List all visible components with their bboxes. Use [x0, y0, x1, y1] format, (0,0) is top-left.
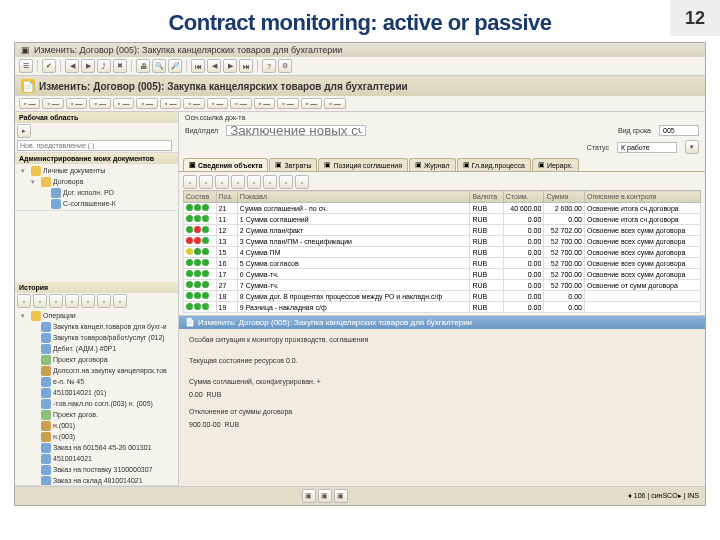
up-icon[interactable]: ⤴ [97, 59, 111, 73]
action-pill[interactable]: ▫— [19, 98, 40, 109]
stat-help-icon[interactable]: ▾ [685, 140, 699, 154]
tree-item[interactable]: Дог. исполн. РО [17, 187, 176, 198]
tree-item[interactable]: 4510014021 [17, 453, 176, 464]
grid-col[interactable]: Валюта [470, 191, 503, 203]
settings-icon[interactable]: ⚙ [278, 59, 292, 73]
action-pill[interactable]: ▫— [277, 98, 298, 109]
tree-item[interactable]: Проект договора [17, 354, 176, 365]
table-row[interactable]: 199 Разница - накладная с/фRUB0.000.00 [184, 302, 701, 313]
grid-col[interactable]: Описание в.контроля [584, 191, 700, 203]
tree-item[interactable]: Закупка канцел.товаров для бухг-и [17, 321, 176, 332]
action-pill[interactable]: ▫— [136, 98, 157, 109]
tree-item[interactable]: ▾Личные документы [17, 165, 176, 176]
sb-tool-icon[interactable]: ▫ [65, 294, 79, 308]
tab[interactable]: ▣Затраты [269, 158, 317, 171]
grid-tool-icon[interactable]: ▫ [279, 175, 293, 189]
sb-btn[interactable]: ▸ [17, 124, 31, 138]
status-icon[interactable]: ▣ [302, 489, 316, 503]
grid-col[interactable]: Показал [237, 191, 470, 203]
tree-item[interactable]: 4510014021 (01) [17, 387, 176, 398]
tree-item[interactable]: С-соглашение-К [17, 198, 176, 209]
action-pill[interactable]: ▫— [89, 98, 110, 109]
table-row[interactable]: 133 Сумма план/ПМ - спецификацииRUB0.005… [184, 236, 701, 247]
grid-tool-icon[interactable]: ▫ [199, 175, 213, 189]
tab[interactable]: ▣Гл.вид.процесса [457, 158, 531, 171]
grid-col[interactable]: Состав [184, 191, 217, 203]
table-row[interactable]: 188 Сумма дог. В процентах процессов меж… [184, 291, 701, 302]
first-icon[interactable]: ⏮ [191, 59, 205, 73]
print-icon[interactable]: 🖶 [136, 59, 150, 73]
grid-tool-icon[interactable]: ▫ [231, 175, 245, 189]
tree-item[interactable]: Проект догов. [17, 409, 176, 420]
statusbar: ▣ ▣ ▣ ♦ 106 | cинSCO▸ | INS [15, 486, 705, 505]
action-pill[interactable]: ▫— [160, 98, 181, 109]
tree-item[interactable]: н.(003) [17, 431, 176, 442]
detail-line4-b: RUB [224, 421, 239, 428]
srok-input[interactable] [226, 125, 366, 136]
grid-tool-icon[interactable]: ▫ [295, 175, 309, 189]
cancel-icon[interactable]: ✖ [113, 59, 127, 73]
sb-tool-icon[interactable]: ▫ [17, 294, 31, 308]
tree-item[interactable]: Заказ на 601584 45-26 001301 [17, 442, 176, 453]
tree-item[interactable]: Заказ на поставку 3100000307 [17, 464, 176, 475]
action-pill[interactable]: ▫— [42, 98, 63, 109]
tree-item[interactable]: Дебит. (АДМ.) #0P1 [17, 343, 176, 354]
back-icon[interactable]: ◀ [65, 59, 79, 73]
find-icon[interactable]: 🔍 [152, 59, 166, 73]
grid-col[interactable]: Поз. [216, 191, 237, 203]
action-pill[interactable]: ▫— [207, 98, 228, 109]
status-icon[interactable]: ▣ [318, 489, 332, 503]
sb-tool-icon[interactable]: ▫ [49, 294, 63, 308]
action-pill[interactable]: ▫— [66, 98, 87, 109]
conditions-grid[interactable]: СоставПоз.ПоказалВалютаСтоим.СуммаОписан… [183, 190, 701, 313]
tree-item[interactable]: ▾Договора [17, 176, 176, 187]
tree-item[interactable]: ▾Операции [17, 310, 176, 321]
tab[interactable]: ▣Иерарх. [532, 158, 579, 171]
help-icon[interactable]: ? [262, 59, 276, 73]
table-row[interactable]: 21Сумма соглашений - по сч.RUB40 600.002… [184, 203, 701, 214]
action-pill[interactable]: ▫— [113, 98, 134, 109]
grid-tool-icon[interactable]: ▫ [215, 175, 229, 189]
tree-item[interactable]: е-п. № 45 [17, 376, 176, 387]
next-icon[interactable]: ▶ [223, 59, 237, 73]
last-icon[interactable]: ⏭ [239, 59, 253, 73]
action-pill[interactable]: ▫— [301, 98, 322, 109]
tree-item[interactable]: Допсогл.на закупку канцелярск.тов [17, 365, 176, 376]
tree-item[interactable]: Закупка товаров/работ/услуг (012) [17, 332, 176, 343]
status-dot [202, 281, 209, 288]
sb-tool-icon[interactable]: ▫ [33, 294, 47, 308]
table-row[interactable]: 165 Сумма согласовRUB0.0052 700.00Освоен… [184, 258, 701, 269]
grid-tool-icon[interactable]: ▫ [247, 175, 261, 189]
fwd-icon[interactable]: ▶ [81, 59, 95, 73]
table-row[interactable]: 176 Сумма-тч.RUB0.0052 700.00Освоение вс… [184, 269, 701, 280]
sb-tool-icon[interactable]: ▫ [81, 294, 95, 308]
grid-col[interactable]: Сумма [544, 191, 585, 203]
window-title: Изменить: Договор (005): Закупка канцеля… [34, 45, 342, 55]
sb-tool-icon[interactable]: ▫ [113, 294, 127, 308]
tree-item[interactable]: н.(001) [17, 420, 176, 431]
tab[interactable]: ▣Сведения объекта [183, 158, 268, 171]
table-row[interactable]: 277 Сумма-тч.RUB0.0052 700.00Освоение от… [184, 280, 701, 291]
prev-icon[interactable]: ◀ [207, 59, 221, 73]
findnext-icon[interactable]: 🔎 [168, 59, 182, 73]
grid-col[interactable]: Стоим. [503, 191, 544, 203]
grid-tool-icon[interactable]: ▫ [183, 175, 197, 189]
tab[interactable]: ▣Позиция соглашения [318, 158, 408, 171]
tree-item[interactable]: -тов.накл.по согл.(003) н. (005) [17, 398, 176, 409]
status-icon[interactable]: ▣ [334, 489, 348, 503]
status-dot [194, 204, 201, 211]
table-row[interactable]: 122 Сумма план/фактRUB0.0052 702.00Освое… [184, 225, 701, 236]
tab[interactable]: ▣Журнал [409, 158, 456, 171]
action-pill[interactable]: ▫— [324, 98, 345, 109]
table-row[interactable]: 154 Сумма ПМRUB0.0052 700.00Освоение все… [184, 247, 701, 258]
tree-item[interactable]: Заказ на склад 4810014021 [17, 475, 176, 485]
menu-btn[interactable]: ☰ [19, 59, 33, 73]
table-row[interactable]: 111 Сумма соглашенийRUB0.000.00Освоение … [184, 214, 701, 225]
sb-tool-icon[interactable]: ▫ [97, 294, 111, 308]
save-icon[interactable]: ✔ [42, 59, 56, 73]
action-pill[interactable]: ▫— [230, 98, 251, 109]
view-search-input[interactable] [17, 140, 172, 151]
action-pill[interactable]: ▫— [183, 98, 204, 109]
grid-tool-icon[interactable]: ▫ [263, 175, 277, 189]
action-pill[interactable]: ▫— [254, 98, 275, 109]
